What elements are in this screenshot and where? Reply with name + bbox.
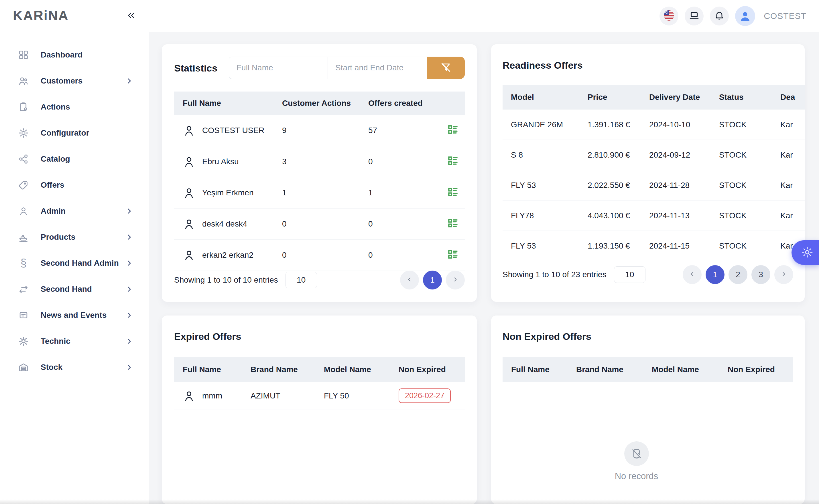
page-button-1[interactable]: 1 [423,271,442,289]
model-value: FLY78 [502,211,587,220]
list-details-icon[interactable] [447,191,459,200]
non-expired-date-badge: 2026-02-27 [399,388,451,403]
sidebar-item-label: Configurator [41,128,133,138]
chevron-right-icon [125,77,133,85]
section-sign-icon: § [18,257,29,269]
user-name: mmm [202,391,222,400]
status-value: STOCK [719,241,780,251]
sidebar-item-technic[interactable]: Technic [0,328,149,354]
sidebar-item-label: Admin [41,207,125,216]
dashboard-grid-icon [18,49,29,61]
col-dealer: Dea [780,93,805,102]
full-name-input[interactable] [229,57,328,79]
sidebar-item-offers[interactable]: Offers [0,172,149,198]
table-row: S 8 2.810.900 € 2024-09-12 STOCK Kar [502,140,805,170]
user-icon [18,205,29,217]
table-row: desk4 desk4 0 0 [174,209,465,240]
page-button-3[interactable]: 3 [751,265,770,284]
username-label[interactable]: COSTEST [764,11,806,21]
col-status: Status [719,93,780,102]
sidebar-item-news-and-events[interactable]: News and Events [0,302,149,328]
sidebar-item-actions[interactable]: Actions [0,94,149,120]
statistics-title: Statistics [174,63,218,74]
user-avatar[interactable] [735,6,755,26]
chevron-right-icon [452,275,458,285]
clear-filter-button[interactable] [427,57,465,79]
sidebar-item-label: News and Events [41,311,125,320]
prev-page-button[interactable] [683,265,702,284]
collapse-sidebar-icon[interactable] [125,9,137,22]
app-root: COSTEST KARiNA Dashboard [0,0,819,504]
person-icon [183,249,195,261]
avatar-person-icon [739,10,751,22]
page-size-input[interactable] [614,266,646,283]
sidebar-item-second-hand-admin[interactable]: § Second Hand Admin [0,250,149,276]
date-range-input[interactable] [328,57,427,79]
list-details-icon[interactable] [447,253,459,262]
chevron-right-icon [125,233,133,241]
notifications-button[interactable] [710,7,729,25]
sidebar-item-second-hand[interactable]: Second Hand [0,276,149,302]
next-page-button[interactable] [774,265,793,284]
boat-icon [18,231,29,243]
prev-page-button[interactable] [400,271,419,289]
offers-created-value: 0 [368,157,443,166]
customer-actions-value: 0 [282,219,368,229]
page-size-input[interactable] [286,272,317,288]
bell-icon [714,10,725,22]
sidebar-item-products[interactable]: Products [0,224,149,250]
sidebar-item-dashboard[interactable]: Dashboard [0,42,149,68]
page-button-2[interactable]: 2 [729,265,747,284]
language-flag-button[interactable] [660,7,679,25]
sidebar-item-catalog[interactable]: Catalog [0,146,149,172]
sidebar-item-customers[interactable]: Customers [0,68,149,94]
database-off-icon [624,441,649,466]
col-model-name: Model Name [324,365,399,374]
users-icon [18,75,29,87]
price-value: 4.043.100 € [587,211,649,220]
person-icon [183,124,195,137]
sidebar-item-stock[interactable]: Stock [0,354,149,380]
expired-offers-table: Full Name Brand Name Model Name Non Expi… [174,357,465,410]
page-button-1[interactable]: 1 [706,265,725,284]
next-page-button[interactable] [446,271,465,289]
topbar-actions: COSTEST [660,0,806,32]
chevron-right-icon [125,311,133,319]
model-value: FLY 53 [502,181,587,190]
table-header: Full Name Brand Name Model Name Non Expi… [502,357,793,382]
dealer-value: Kar [780,150,805,160]
col-delivery-date: Delivery Date [649,93,719,102]
sidebar-item-configurator[interactable]: Configurator [0,120,149,146]
table-header: Model Price Delivery Date Status Dea [502,85,805,110]
readiness-offers-title: Readiness Offers [502,60,583,71]
status-value: STOCK [719,150,780,160]
statistics-table: Full Name Customer Actions Offers create… [174,92,465,271]
topbar: COSTEST [149,0,819,32]
customer-actions-value: 1 [282,188,368,197]
col-brand-name: Brand Name [576,365,652,374]
sidebar-item-admin[interactable]: Admin [0,198,149,224]
devices-button[interactable] [685,7,704,25]
offers-created-value: 1 [368,188,443,197]
non-expired-offers-card: Non Expired Offers Full Name Brand Name … [491,316,805,504]
list-details-icon[interactable] [447,222,459,231]
col-full-name: Full Name [502,365,576,374]
sidebar-item-label: Products [41,233,125,242]
user-name: Ebru Aksu [202,157,239,166]
no-records-text: No records [615,471,658,481]
sidebar-item-label: Catalog [41,154,133,164]
pagination: 1 2 3 [683,265,793,284]
gear-icon [797,246,814,259]
chevron-left-icon [406,275,413,285]
delivery-date-value: 2024-11-28 [649,181,719,190]
chevron-right-icon [125,207,133,215]
list-details-icon[interactable] [447,129,459,138]
table-row: mmm AZIMUT FLY 50 2026-02-27 [174,382,465,410]
price-value: 1.193.150 € [587,241,649,251]
warehouse-icon [18,362,29,373]
list-details-icon[interactable] [447,160,459,169]
price-value: 1.391.168 € [587,120,649,129]
settings-fab-button[interactable] [792,240,819,265]
table-row: Ebru Aksu 3 0 [174,146,465,177]
sidebar-item-label: Second Hand Admin [41,259,125,268]
